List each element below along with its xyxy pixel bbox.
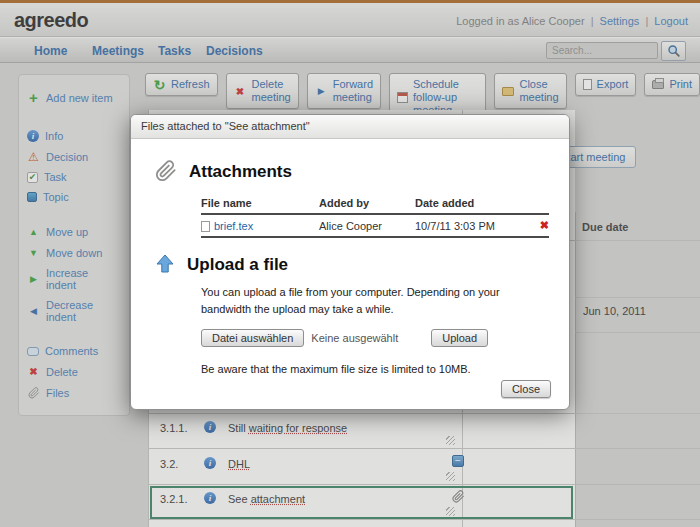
attachments-table: File name Added by Date added brief.tex …	[201, 193, 549, 238]
added-by-cell: Alice Cooper	[319, 220, 415, 232]
upload-arrow-icon	[155, 254, 175, 276]
file-cell: brief.tex	[201, 220, 319, 232]
date-added-cell: 10/7/11 3:03 PM	[415, 220, 527, 232]
upload-heading: Upload a file	[187, 255, 288, 275]
col-added-by: Added by	[319, 197, 415, 209]
upload-description: You can upload a file from your computer…	[201, 284, 546, 317]
no-file-selected-text: Keine ausgewählt	[311, 332, 398, 344]
attachments-heading: Attachments	[189, 162, 292, 182]
attachments-table-header: File name Added by Date added	[201, 193, 549, 215]
file-size-note: Be aware that the maximum file size is l…	[201, 363, 549, 375]
delete-attachment-icon[interactable]: ✖	[527, 219, 549, 232]
file-input-row: Datei auswählen Keine ausgewählt Upload	[201, 329, 549, 347]
dialog-body: Attachments File name Added by Date adde…	[131, 139, 569, 410]
close-button[interactable]: Close	[501, 380, 551, 398]
attachment-file-link[interactable]: brief.tex	[214, 220, 253, 232]
attachments-dialog: Files attached to "See attachment" Attac…	[130, 114, 570, 410]
dialog-title: Files attached to "See attachment"	[141, 120, 310, 132]
attachment-row: brief.tex Alice Cooper 10/7/11 3:03 PM ✖	[201, 215, 549, 238]
dialog-titlebar[interactable]: Files attached to "See attachment"	[131, 115, 569, 139]
col-date-added: Date added	[415, 197, 527, 209]
choose-file-button[interactable]: Datei auswählen	[201, 329, 304, 347]
upload-button[interactable]: Upload	[431, 329, 488, 347]
file-icon	[201, 221, 210, 232]
col-file-name: File name	[201, 197, 319, 209]
paperclip-icon	[155, 159, 177, 185]
